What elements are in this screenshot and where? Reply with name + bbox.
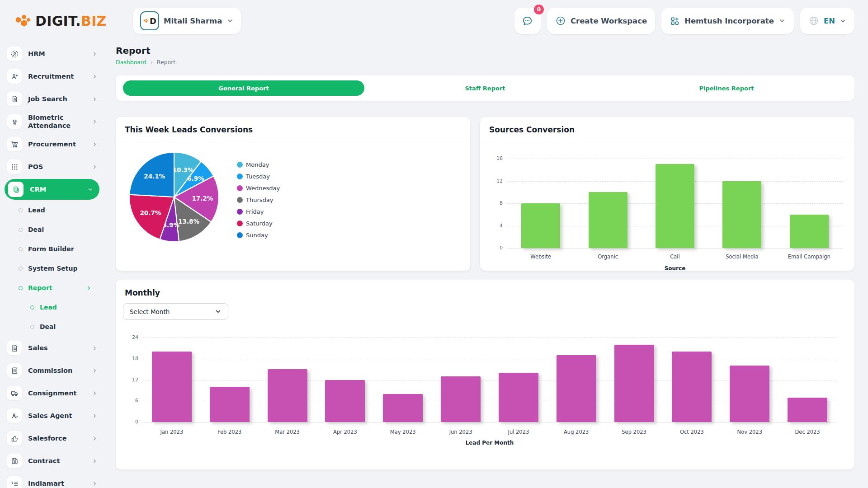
- bar-jun-2023: [441, 376, 481, 422]
- brand-logo[interactable]: DIGIT.BIZ: [14, 13, 108, 29]
- sidebar-item-crm[interactable]: CRM: [5, 179, 99, 200]
- fingerprint-icon: [7, 114, 22, 129]
- sidebar-subitem-label: Deal: [28, 226, 92, 234]
- person-plus-icon: [7, 69, 22, 84]
- bullet-icon: [19, 247, 23, 251]
- sidebar-subitem-label: System Setup: [28, 265, 92, 273]
- chevron-right-icon: [86, 285, 92, 291]
- x-tick-label: Jul 2023: [487, 429, 550, 435]
- gridline-8: [507, 203, 843, 204]
- tab-general-report[interactable]: General Report: [123, 80, 364, 96]
- sidebar-item-consignment[interactable]: Consignment: [0, 382, 104, 404]
- chat-button-wrap: 0: [514, 8, 541, 34]
- select-month-label: Select Month: [130, 308, 170, 315]
- sidebar-item-biometric-attendance[interactable]: Biometric Attendance: [0, 110, 104, 133]
- sidebar-item-label: Indiamart: [28, 479, 85, 488]
- sidebar-subitem-report-l1[interactable]: Report: [0, 278, 104, 298]
- gridline-4: [507, 226, 843, 226]
- sidebar-item-job-search[interactable]: Job Search: [0, 88, 104, 110]
- x-tick-label: Aug 2023: [545, 429, 608, 435]
- sources-conversion-card: Sources Conversion 0481216WebsiteOrganic…: [480, 117, 854, 271]
- x-tick-label: Call: [643, 253, 707, 260]
- chevron-down-icon: [778, 17, 786, 24]
- sidebar-subitem-lead-l1[interactable]: Lead: [0, 201, 104, 220]
- language-dropdown[interactable]: EN: [800, 8, 854, 34]
- sidebar-subitem-form-builder-l1[interactable]: Form Builder: [0, 239, 104, 259]
- chevron-down-icon: [840, 18, 846, 24]
- chat-bubble-icon: [521, 15, 533, 27]
- sidebar-item-commission[interactable]: Commission: [0, 359, 104, 382]
- monthly-card-title: Monthly: [125, 288, 160, 297]
- doc-lines-icon: [7, 341, 22, 355]
- x-tick-label: Email Campaign: [778, 253, 841, 260]
- y-tick-label: 0: [485, 245, 503, 251]
- sidebar-item-hrm[interactable]: HRM: [0, 42, 104, 65]
- tab-pipelines-report[interactable]: Pipelines Report: [606, 80, 847, 96]
- sidebar-item-label: CRM: [30, 185, 81, 193]
- gridline-16: [507, 159, 843, 159]
- doc-search-icon: [7, 92, 22, 106]
- sidebar-item-contract[interactable]: Contract: [0, 450, 104, 472]
- pie-value-label: 13.8%: [178, 218, 199, 225]
- tab-staff-report[interactable]: Staff Report: [364, 80, 606, 96]
- main-content: Report Dashboard › Report General Report…: [104, 42, 868, 488]
- charts-row: This Week Leads Conversions 10.3%6.9%17.…: [116, 117, 854, 271]
- gridline-18: [143, 359, 836, 359]
- x-axis-title: Lead Per Month: [143, 440, 836, 446]
- y-tick-label: 8: [485, 200, 503, 206]
- y-tick-label: 16: [485, 155, 503, 161]
- y-tick-label: 6: [120, 398, 138, 404]
- sidebar-item-label: Salesforce: [28, 434, 85, 442]
- chat-badge: 0: [534, 5, 544, 14]
- sidebar-item-pos[interactable]: POS: [0, 155, 104, 178]
- top-navbar: DIGIT.BIZ D Mitali Sharma 0 Create Works…: [0, 0, 868, 42]
- grid-dots-icon: [7, 160, 22, 174]
- sidebar-subitem-lead-l2[interactable]: Lead: [0, 298, 104, 317]
- sidebar-item-salesforce[interactable]: Salesforce: [0, 427, 104, 450]
- grid-plus-icon: [670, 16, 680, 26]
- bullet-icon: [19, 208, 23, 212]
- workspace-user-dropdown[interactable]: D Mitali Sharma: [133, 8, 241, 34]
- weekly-leads-card-title: This Week Leads Conversions: [125, 125, 253, 134]
- create-workspace-button[interactable]: Create Workspace: [547, 8, 655, 34]
- sidebar-subitem-system-setup-l1[interactable]: System Setup: [0, 259, 104, 278]
- sidebar-item-procurement[interactable]: Procurement: [0, 133, 104, 155]
- workspace-logo: D: [140, 11, 159, 30]
- sidebar-item-sales[interactable]: Sales: [0, 337, 104, 359]
- floppy-icon: [7, 454, 22, 468]
- report-tabs: General ReportStaff ReportPipelines Repo…: [116, 75, 854, 101]
- legend-item-wednesday: Wednesday: [237, 185, 280, 192]
- bullet-icon: [30, 325, 34, 329]
- bar-dec-2023: [788, 398, 827, 422]
- sidebar-item-label: Commission: [28, 366, 85, 375]
- sidebar-subitem-deal-l1[interactable]: Deal: [0, 220, 104, 239]
- bar-organic: [589, 192, 627, 248]
- sidebar-item-label: Contract: [28, 457, 85, 465]
- x-tick-label: Mar 2023: [256, 429, 319, 435]
- legend-item-friday: Friday: [237, 208, 280, 215]
- bar-may-2023: [383, 394, 423, 422]
- pie-value-label: 24.1%: [144, 173, 165, 180]
- workspace-hex-icon: [143, 18, 149, 23]
- breadcrumb-dashboard-link[interactable]: Dashboard: [116, 59, 146, 66]
- monthly-card-header: Monthly: [116, 280, 854, 300]
- company-dropdown[interactable]: Hemtush Incorporate: [661, 8, 794, 34]
- select-month-dropdown[interactable]: Select Month: [123, 303, 228, 320]
- sidebar-subitem-deal-l2[interactable]: Deal: [0, 317, 104, 337]
- sidebar-item-label: HRM: [28, 50, 85, 58]
- sidebar-item-recruitment[interactable]: Recruitment: [0, 65, 104, 88]
- legend-dot-icon: [237, 232, 243, 238]
- sidebar-nav: HRMRecruitmentJob SearchBiometric Attend…: [0, 42, 104, 488]
- legend-dot-icon: [237, 221, 243, 226]
- bar-jan-2023: [152, 352, 192, 422]
- bar-apr-2023: [325, 380, 365, 422]
- breadcrumb-separator: ›: [151, 59, 153, 66]
- sidebar-item-label: Sales: [28, 344, 85, 352]
- legend-item-saturday: Saturday: [237, 220, 280, 227]
- x-tick-label: Social Media: [710, 253, 774, 260]
- bar-oct-2023: [672, 352, 712, 422]
- bar-jul-2023: [499, 373, 538, 422]
- sidebar-item-sales-agent[interactable]: Sales Agent: [0, 404, 104, 427]
- sources-card-header: Sources Conversion: [480, 117, 854, 142]
- sidebar-item-indiamart[interactable]: Indiamart: [0, 472, 104, 488]
